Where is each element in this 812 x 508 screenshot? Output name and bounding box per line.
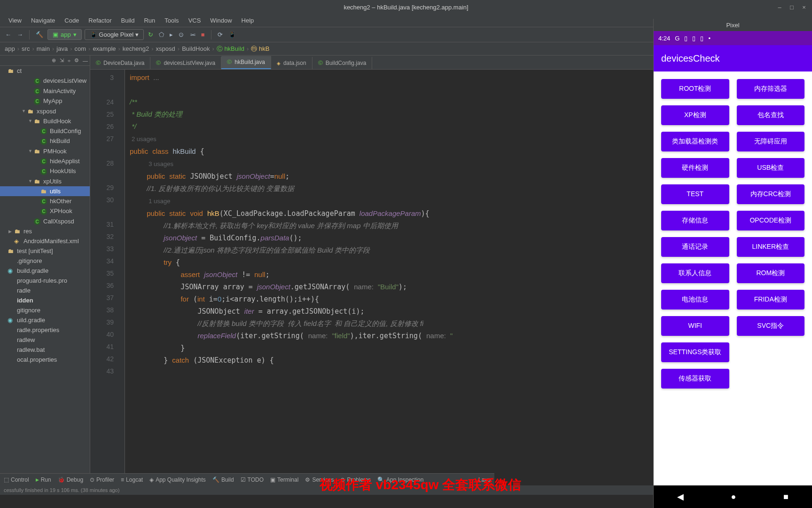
tab-hkbuild-java[interactable]: ⒸhkBuild.java — [221, 56, 271, 69]
bc-app[interactable]: app — [4, 45, 16, 52]
tree-item-build-gradle[interactable]: ◉build.gradle — [0, 266, 90, 276]
tab-data-json[interactable]: ◈data.json — [271, 57, 312, 69]
tree-hide-icon[interactable]: — — [83, 58, 88, 64]
tree-item-radlew[interactable]: radlew — [0, 335, 90, 345]
avd-icon[interactable]: 📱 — [227, 31, 237, 38]
menu-refactor[interactable]: Refactor — [84, 15, 116, 26]
tree-item-gitignore[interactable]: gitignore — [0, 305, 90, 315]
bb-run[interactable]: Run — [36, 476, 51, 483]
tab-devicedata-java[interactable]: ⒸDeviceData.java — [90, 57, 150, 69]
app-button-LINKER检查[interactable]: LINKER检查 — [737, 237, 805, 257]
tree-settings-icon[interactable]: ⚙ — [74, 57, 79, 64]
app-button-USB检查[interactable]: USB检查 — [737, 158, 805, 178]
bc-hkb[interactable]: ⓜ hkB — [250, 45, 270, 53]
tree-item-uild-gradle[interactable]: ◉uild.gradle — [0, 315, 90, 325]
menu-build[interactable]: Build — [116, 15, 139, 26]
tree-item-idden[interactable]: idden — [0, 295, 90, 305]
app-button-OPCODE检测[interactable]: OPCODE检测 — [737, 211, 805, 230]
app-button-传感器获取[interactable]: 传感器获取 — [661, 369, 729, 389]
app-button-无障碍应用[interactable]: 无障碍应用 — [737, 132, 805, 151]
coverage-icon[interactable]: ▸ — [168, 31, 174, 38]
app-button-SETTINGS类获取[interactable]: SETTINGS类获取 — [661, 342, 729, 362]
profile-icon[interactable]: ⊙ — [177, 31, 185, 38]
tree-item-buildhook[interactable]: ▼🖿BuildHook — [0, 116, 90, 126]
menu-tools[interactable]: Tools — [160, 15, 183, 26]
back-icon[interactable]: ← — [4, 31, 13, 38]
tree-item--gitignore[interactable]: .gitignore — [0, 256, 90, 266]
tree-item-hideapplist[interactable]: ChideApplist — [0, 156, 90, 167]
tree-item-myapp[interactable]: CMyApp — [0, 96, 90, 106]
minimize-icon[interactable]: – — [775, 3, 784, 11]
tree-select-icon[interactable]: ⊕ — [52, 57, 56, 64]
bc-com[interactable]: com — [73, 45, 87, 52]
debug-icon[interactable]: ⬠ — [157, 31, 165, 38]
stop-icon[interactable]: ■ — [200, 31, 206, 38]
menu-view[interactable]: View — [4, 15, 26, 26]
recent-nav-icon[interactable]: ■ — [783, 492, 789, 502]
back-nav-icon[interactable]: ◀ — [677, 492, 684, 502]
app-button-通话记录[interactable]: 通话记录 — [661, 237, 729, 257]
tree-item-ocal-properties[interactable]: ocal.properties — [0, 355, 90, 365]
tree-item-xputils[interactable]: ▼🖿xpUtils — [0, 176, 90, 186]
bb-todo[interactable]: ☑ TODO — [241, 476, 264, 483]
app-button-XP检测[interactable]: XP检测 — [661, 105, 729, 125]
tab-buildconfig-java[interactable]: ⒸBuildConfig.java — [312, 57, 373, 69]
tree-item-res[interactable]: ▶🖿res — [0, 226, 90, 236]
app-button-存储信息[interactable]: 存储信息 — [661, 211, 729, 230]
sync-icon[interactable]: ⟳ — [216, 31, 224, 38]
app-button-电池信息[interactable]: 电池信息 — [661, 290, 729, 310]
tree-item-mainactivity[interactable]: CMainActivity — [0, 86, 90, 96]
bb-build[interactable]: 🔨 Build — [212, 476, 234, 483]
tree-collapse-icon[interactable]: ÷ — [68, 58, 70, 64]
menu-vcs[interactable]: VCS — [184, 15, 206, 26]
device-dropdown[interactable]: 📱 Google Pixel ▾ — [85, 29, 144, 40]
maximize-icon[interactable]: □ — [788, 3, 796, 11]
menu-run[interactable]: Run — [139, 15, 160, 26]
tree-item-buildconfig[interactable]: CBuildConfig — [0, 126, 90, 136]
tree-item-androidmanifest-xml[interactable]: ◈AndroidManifest.xml — [0, 236, 90, 246]
tree-item-proguard-rules-pro[interactable]: proguard-rules.pro — [0, 276, 90, 286]
app-button-ROOT检测[interactable]: ROOT检测 — [661, 79, 729, 99]
bc-src[interactable]: src — [21, 45, 31, 52]
bb-debug[interactable]: 🐞 Debug — [58, 476, 83, 483]
tree-item-ct[interactable]: 🖿ct — [0, 66, 90, 76]
hammer-icon[interactable]: 🔨 — [34, 31, 45, 38]
bb-terminal[interactable]: ▣ Terminal — [270, 476, 298, 483]
app-button-联系人信息[interactable]: 联系人信息 — [661, 263, 729, 283]
bb-control[interactable]: ⬚ Control — [4, 476, 29, 483]
app-button-类加载器检测类[interactable]: 类加载器检测类 — [661, 132, 729, 151]
bc-main[interactable]: main — [36, 45, 51, 52]
tree-item-callxsposd[interactable]: CCallXsposd — [0, 216, 90, 227]
tree-item-utils[interactable]: 🖿utils — [0, 186, 90, 196]
app-button-内存CRC检测[interactable]: 内存CRC检测 — [737, 184, 805, 204]
menu-window[interactable]: Window — [205, 15, 236, 26]
tab-deviceslistview-java[interactable]: ⒸdevicesListView.java — [150, 57, 221, 69]
bc-xsposd[interactable]: xsposd — [155, 45, 176, 52]
bc-buildhook[interactable]: BuildHook — [181, 45, 211, 52]
bb-profiler[interactable]: ⊙ Profiler — [90, 476, 114, 483]
tree-item-pmhook[interactable]: ▼🖿PMHook — [0, 146, 90, 156]
app-button-包名查找[interactable]: 包名查找 — [737, 105, 805, 125]
attach-icon[interactable]: ⫘ — [188, 31, 197, 38]
tree-item-radlew-bat[interactable]: radlew.bat — [0, 345, 90, 355]
menu-help[interactable]: Help — [237, 15, 259, 26]
tree-item-test--unittest-[interactable]: 🖿test [unitTest] — [0, 246, 90, 256]
app-button-SVC指令[interactable]: SVC指令 — [737, 316, 805, 336]
bc-hkbuild[interactable]: Ⓒ hkBuild — [216, 45, 245, 53]
tree-item-radle-properties[interactable]: radle.properties — [0, 325, 90, 335]
app-button-ROM检测[interactable]: ROM检测 — [737, 263, 805, 283]
tree-item-radle[interactable]: radle — [0, 286, 90, 295]
bb-logcat[interactable]: ≡ Logcat — [121, 476, 143, 483]
app-button-FRIDA检测[interactable]: FRIDA检测 — [737, 290, 805, 310]
tree-item-xsposd[interactable]: ▼🖿xsposd — [0, 106, 90, 116]
tree-item-xphook[interactable]: CXPHook — [0, 206, 90, 216]
tree-expand-icon[interactable]: ⇲ — [60, 57, 64, 64]
close-icon[interactable]: × — [800, 3, 808, 11]
run-config-dropdown[interactable]: ▣ app ▾ — [47, 29, 82, 40]
app-button-内存筛选器[interactable]: 内存筛选器 — [737, 79, 805, 99]
forward-icon[interactable]: → — [16, 31, 24, 38]
app-button-硬件检测[interactable]: 硬件检测 — [661, 158, 729, 178]
run-icon[interactable]: ↻ — [147, 31, 155, 38]
app-button-WIFI[interactable]: WIFI — [661, 316, 729, 336]
tree-item-hkbuild[interactable]: ChkBuild — [0, 136, 90, 146]
